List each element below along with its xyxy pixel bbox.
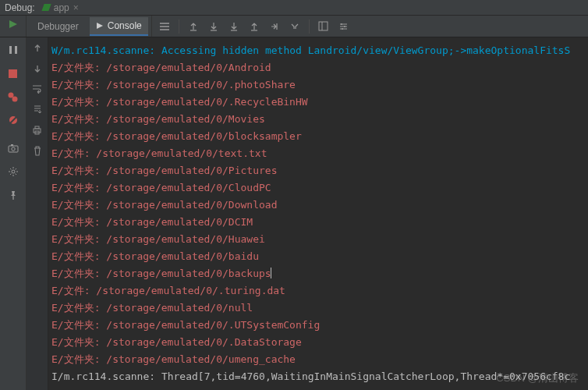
tab-debugger-label: Debugger: [37, 21, 79, 32]
console-line: E/文件夹: /storage/emulated/0/.photoShare: [51, 76, 585, 94]
svg-point-4: [341, 23, 342, 25]
nav-column: [27, 37, 48, 390]
export-icon[interactable]: [268, 20, 281, 33]
play-icon: [96, 22, 104, 30]
svg-marker-1: [97, 23, 103, 29]
tab-debugger[interactable]: Debugger: [31, 18, 85, 35]
console-line: E/文件夹: /storage/emulated/0/.DataStorage: [51, 334, 585, 351]
console-line: E/文件夹: /storage/emulated/0/.RecycleBinHW: [51, 94, 585, 111]
actions-column: [0, 37, 27, 390]
svg-point-10: [9, 92, 14, 98]
console-output[interactable]: W/m.rc114.scanne: Accessing hidden metho…: [48, 37, 588, 390]
breakpoints-icon[interactable]: [7, 90, 19, 103]
camera-icon[interactable]: [7, 142, 19, 154]
down-arrow-icon[interactable]: [33, 64, 42, 73]
console-line: I/m.rc114.scanne: Thread[7,tid=4760,Wait…: [51, 368, 585, 385]
restart-column: [0, 16, 27, 37]
up-icon[interactable]: [187, 20, 200, 33]
gear-icon[interactable]: [7, 165, 19, 178]
pin-icon[interactable]: [7, 189, 19, 201]
down2-icon[interactable]: [228, 20, 240, 33]
tool-tabs: Debugger Console: [27, 16, 148, 37]
settings-icon[interactable]: [338, 20, 350, 33]
svg-rect-14: [9, 146, 18, 152]
stop-icon[interactable]: [7, 67, 19, 80]
down-icon[interactable]: [207, 20, 220, 33]
text-cursor: [271, 268, 271, 278]
filter-icon[interactable]: [289, 20, 301, 33]
separator: [179, 20, 179, 34]
console-line: E/文件夹: /storage/emulated/0/Pictures: [51, 162, 585, 179]
console-line: E/文件夹: /storage/emulated/0/blocksampler: [51, 128, 585, 145]
console-line: E/文件夹: /storage/emulated/0/CloudPC: [51, 179, 585, 197]
svg-rect-20: [35, 126, 39, 129]
tab-console-label: Console: [108, 20, 142, 31]
android-icon: [41, 4, 51, 11]
close-icon[interactable]: ×: [73, 2, 79, 13]
console-line: E/文件夹: /storage/emulated/0/DCIM: [51, 214, 585, 231]
console-line: E/文件夹: /storage/emulated/0/Movies: [51, 111, 585, 128]
svg-rect-16: [11, 144, 13, 146]
wrap-icon[interactable]: [32, 84, 42, 94]
svg-point-17: [12, 170, 15, 173]
console-line: E/文件夹: /storage/emulated/0/.UTSystemConf…: [51, 317, 585, 334]
icon-strip: [151, 16, 356, 37]
svg-point-5: [344, 26, 345, 27]
console-line: E/文件夹: /storage/emulated/0/Huawei: [51, 231, 585, 248]
app-tab[interactable]: app ×: [43, 2, 79, 13]
svg-rect-2: [319, 22, 328, 30]
svg-point-15: [11, 147, 14, 151]
console-line: E/文件: /storage/emulated/0/.turing.dat: [51, 282, 585, 300]
print-icon[interactable]: [32, 126, 42, 135]
svg-rect-7: [9, 46, 12, 54]
svg-point-11: [12, 96, 18, 101]
console-line: E/文件夹: /storage/emulated/0/Download: [51, 197, 585, 214]
menu-icon[interactable]: [158, 20, 171, 33]
main-area: W/m.rc114.scanne: Accessing hidden metho…: [0, 37, 588, 390]
svg-point-6: [342, 28, 343, 30]
up-arrow-icon[interactable]: [33, 44, 42, 53]
pause-icon[interactable]: [7, 44, 19, 56]
svg-marker-0: [9, 20, 17, 28]
console-line: E/文件: /storage/emulated/0/text.txt: [51, 145, 585, 162]
console-line: E/文件夹: /storage/emulated/0/umeng_cache: [51, 351, 585, 368]
console-line: E/文件夹: /storage/emulated/0/Android: [51, 59, 585, 76]
toolbar-row: Debugger Console: [0, 16, 588, 37]
console-line: E/文件夹: /storage/emulated/0/null: [51, 300, 585, 317]
trash-icon[interactable]: [33, 146, 42, 156]
layout-icon[interactable]: [317, 20, 330, 33]
separator: [309, 20, 310, 34]
mute-bp-icon[interactable]: [7, 114, 19, 126]
console-line: E/文件夹: /storage/emulated/0/baidu: [51, 248, 585, 265]
scroll-end-icon[interactable]: [33, 105, 42, 115]
console-line: E/文件夹: /storage/emulated/0/backups: [51, 265, 585, 282]
console-line: W/m.rc114.scanne: Accessing hidden metho…: [51, 42, 585, 59]
up2-icon[interactable]: [248, 20, 260, 33]
debug-label: Debug:: [5, 2, 35, 13]
svg-rect-8: [15, 46, 17, 54]
restart-icon[interactable]: [7, 18, 19, 30]
tab-console[interactable]: Console: [90, 17, 148, 36]
svg-rect-9: [9, 69, 17, 78]
app-tab-label: app: [54, 2, 69, 13]
top-bar: Debug: app ×: [0, 0, 588, 16]
